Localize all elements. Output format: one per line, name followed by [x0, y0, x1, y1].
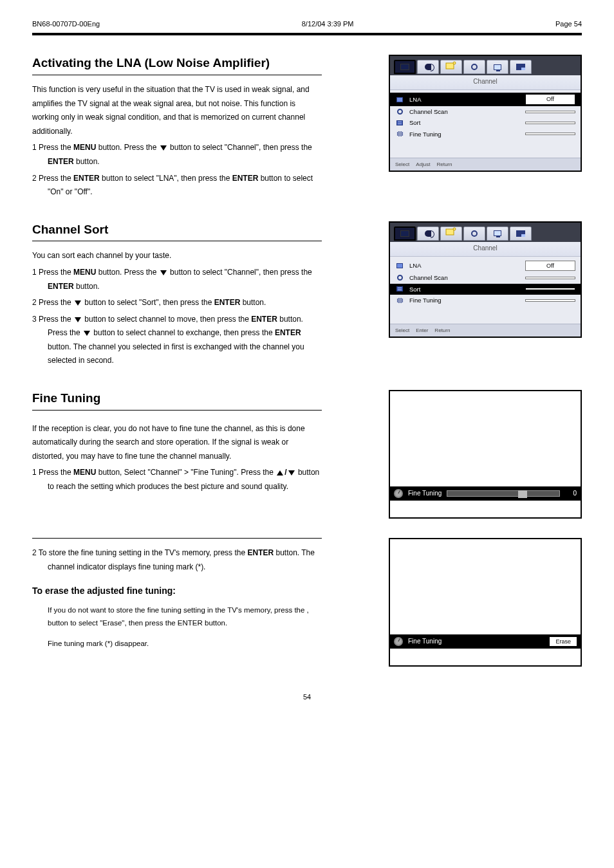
ft-erase-body: If you do not want to store the fine tun…	[48, 604, 322, 650]
osd-footer: Select Enter Return	[390, 324, 581, 337]
osd-row-sort[interactable]: Sort	[390, 284, 581, 295]
sort-step1: 1 Press the MENU button. Press the butto…	[32, 266, 322, 293]
channelscan-row-icon	[395, 108, 404, 116]
lna-intro: This function is very useful in the situ…	[32, 83, 322, 138]
page-number: 54	[32, 692, 582, 702]
sort-heading: Channel Sort	[32, 221, 322, 242]
lna-row-icon	[395, 262, 404, 270]
picture-icon	[400, 230, 409, 237]
osd-row-lna[interactable]: LNA Off	[390, 93, 581, 106]
osd-tab-pip[interactable]	[510, 60, 532, 74]
ft-erase-head: To erase the adjusted fine tuning:	[32, 583, 322, 599]
sort-step3: 3 Press the button to select channel to …	[32, 313, 322, 368]
finetuning-row-icon	[395, 297, 404, 304]
ft-bar-1: Fine Tuning 0	[390, 486, 581, 501]
pip-icon	[516, 64, 525, 70]
sound-icon	[425, 64, 431, 70]
down-arrow-icon	[75, 317, 81, 322]
down-arrow-icon	[75, 300, 81, 306]
svg-point-3	[453, 228, 456, 230]
osd-tab-pip[interactable]	[510, 226, 532, 241]
osd-tab-setup[interactable]	[463, 60, 485, 74]
clock-icon	[394, 637, 403, 646]
sort-step2: 2 Press the button to select "Sort", the…	[32, 296, 322, 310]
osd-row-lna[interactable]: LNA Off	[390, 259, 581, 273]
osd-row-sort[interactable]: Sort	[390, 117, 581, 128]
lna-step1: 1 Press the MENU button. Press the butto…	[32, 141, 322, 169]
picture-icon	[400, 64, 409, 70]
svg-rect-2	[446, 229, 454, 235]
ft-preview-1: Fine Tuning 0	[389, 390, 582, 519]
header-right: Page 54	[555, 19, 582, 29]
header-left: BN68-00707D-00Eng	[32, 19, 100, 29]
osd-row-channelscan[interactable]: Channel Scan	[390, 106, 581, 117]
ft-intro: If the reception is clear, you do not ha…	[32, 422, 322, 464]
osd-tabs	[390, 56, 581, 75]
osd-footer: Select Adjust Return	[390, 158, 581, 171]
setup-icon	[471, 230, 478, 237]
osd-tab-pc[interactable]	[487, 226, 508, 241]
osd-sort: Channel LNA Off Channel Scan Sort	[389, 221, 582, 338]
ft-step2: 2 To store the fine tuning setting in th…	[32, 546, 322, 574]
lna-body: This function is very useful in the situ…	[32, 83, 322, 199]
header-middle: 8/12/04 3:39 PM	[302, 19, 354, 29]
svg-point-1	[453, 62, 456, 64]
ft-erase-value[interactable]: Erase	[550, 637, 577, 646]
down-arrow-icon	[288, 470, 295, 476]
ft-preview-2: Fine Tuning Erase	[389, 538, 582, 667]
clock-icon	[394, 489, 403, 498]
channel-icon	[445, 227, 457, 239]
osd-tabs	[390, 223, 581, 242]
lna-row-icon	[395, 96, 404, 104]
lna-heading: Activating the LNA (Low Noise Amplifier)	[32, 55, 322, 75]
osd-tab-setup[interactable]	[463, 226, 485, 241]
osd-tab-picture[interactable]	[394, 226, 416, 241]
osd-tab-channel[interactable]	[440, 60, 462, 74]
sort-body: You can sort each channel by your taste.…	[32, 249, 322, 368]
sound-icon	[425, 230, 431, 237]
page-header: BN68-00707D-00Eng 8/12/04 3:39 PM Page 5…	[32, 19, 582, 33]
svg-rect-0	[446, 63, 454, 69]
ft-bar-2: Fine Tuning Erase	[390, 634, 581, 649]
osd-lna: Channel LNA Off Channel Scan Sort	[389, 55, 582, 172]
channelscan-row-icon	[395, 274, 404, 282]
lna-step2: 2 Press the ENTER button to select "LNA"…	[32, 172, 322, 199]
up-arrow-icon	[277, 470, 283, 476]
osd-tab-sound[interactable]	[417, 60, 439, 74]
osd-body: LNA Off Channel Scan Sort Fine Tuning	[390, 90, 581, 157]
ft-heading: Fine Tuning	[32, 390, 322, 411]
ft-slider[interactable]	[447, 490, 560, 497]
ft-step1: 1 Press the MENU button, Select "Channel…	[32, 466, 322, 494]
ft-body-2: 2 To store the fine tuning setting in th…	[32, 538, 322, 650]
osd-tab-sound[interactable]	[417, 226, 439, 241]
osd-row-finetuning[interactable]: Fine Tuning	[390, 129, 581, 140]
ft-body: If the reception is clear, you do not ha…	[32, 422, 322, 494]
sort-row-icon	[395, 285, 404, 293]
sort-row-icon	[395, 119, 404, 127]
osd-row-channelscan[interactable]: Channel Scan	[390, 272, 581, 283]
osd-tab-pc[interactable]	[487, 60, 508, 74]
osd-title: Channel	[390, 242, 581, 257]
down-arrow-icon	[160, 270, 167, 275]
finetuning-row-icon	[395, 130, 404, 138]
channel-icon	[445, 61, 457, 73]
header-rule	[32, 33, 582, 35]
setup-icon	[471, 64, 478, 70]
sort-intro: You can sort each channel by your taste.	[32, 249, 322, 263]
pc-icon	[494, 230, 501, 236]
osd-title: Channel	[390, 75, 581, 90]
down-arrow-icon	[160, 145, 167, 151]
osd-row-finetuning[interactable]: Fine Tuning	[390, 295, 581, 306]
osd-tab-channel[interactable]	[440, 226, 462, 241]
pip-icon	[516, 230, 525, 237]
down-arrow-icon	[84, 331, 90, 336]
osd-tab-picture[interactable]	[394, 60, 416, 74]
pc-icon	[494, 64, 501, 70]
osd-body: LNA Off Channel Scan Sort Fine Tuning	[390, 257, 581, 324]
